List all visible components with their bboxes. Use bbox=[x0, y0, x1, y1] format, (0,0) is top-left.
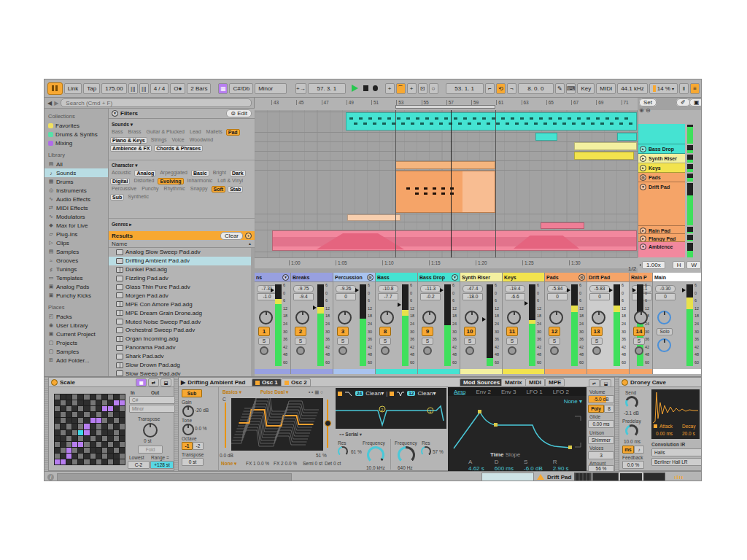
scale-cell[interactable] bbox=[96, 430, 101, 435]
pan-knob[interactable] bbox=[338, 311, 352, 324]
sub-transpose-value[interactable]: 0 st bbox=[182, 458, 204, 466]
time-ruler[interactable]: 1:001:051:101:151:201:251:30 bbox=[255, 257, 638, 268]
device-on-icon[interactable] bbox=[51, 379, 58, 386]
mixer-track-title[interactable]: Bass Drop▾ bbox=[418, 273, 460, 282]
volume-field[interactable]: -7.7 bbox=[378, 293, 398, 300]
peak-level-field[interactable]: -47.4 bbox=[462, 285, 483, 292]
sidebar-item-samples[interactable]: ▢Samples bbox=[44, 347, 108, 356]
arrangement-clip[interactable] bbox=[395, 171, 495, 213]
draw-mode-icon[interactable]: ✎ bbox=[555, 83, 565, 94]
scale-cell[interactable] bbox=[114, 424, 119, 429]
punch-out-icon[interactable]: ¬ bbox=[507, 83, 516, 94]
scale-cell[interactable] bbox=[61, 442, 66, 447]
scale-cell[interactable] bbox=[102, 406, 107, 411]
scale-cell[interactable] bbox=[102, 424, 107, 429]
map-mode-icon[interactable]: ▦ bbox=[136, 378, 147, 386]
filter-tag-stab[interactable]: Stab bbox=[228, 186, 243, 192]
genres-label[interactable]: Genres ▸ bbox=[112, 222, 131, 228]
filter-tag-punchy[interactable]: Punchy bbox=[140, 186, 160, 192]
filter-tag-chords-phrases[interactable]: Chords & Phrases bbox=[154, 145, 203, 152]
scale-cell[interactable] bbox=[120, 400, 125, 405]
scale-cell[interactable] bbox=[55, 406, 60, 411]
unison-voices-value[interactable]: 3 bbox=[588, 451, 614, 459]
filter2-slope-badge[interactable]: 12 bbox=[407, 391, 415, 396]
scale-cell[interactable] bbox=[102, 400, 107, 405]
mixer-strip-ns[interactable]: ns▾-7.31-1.060612182430364248601S bbox=[255, 273, 291, 369]
result-item[interactable]: Orchestral Sweep Pad.adv bbox=[109, 326, 251, 335]
solo-button[interactable]: S bbox=[337, 338, 349, 345]
scale-cell[interactable] bbox=[90, 454, 96, 459]
filter-tag-bass[interactable]: Bass bbox=[110, 129, 125, 136]
scale-cell[interactable] bbox=[78, 436, 83, 441]
octave-minus1-button[interactable]: -1 bbox=[182, 442, 193, 450]
sidebar-item-tunings[interactable]: ♯Tunings bbox=[44, 265, 108, 273]
scale-cell[interactable] bbox=[108, 448, 113, 453]
unfold-icon[interactable]: ▾ bbox=[282, 274, 289, 281]
result-item[interactable]: Organ Incoming.adg bbox=[109, 335, 251, 343]
result-item[interactable]: Slow Drown Pad.adg bbox=[109, 361, 251, 370]
save-preset-icon[interactable]: ⬓ bbox=[160, 378, 171, 386]
filter-tag-piano-keys[interactable]: Piano & Keys bbox=[110, 137, 147, 144]
nudge-up-icon[interactable]: ||| bbox=[139, 83, 149, 94]
loop-icon[interactable]: ⟲ bbox=[496, 83, 506, 94]
result-item[interactable]: Muted Noise Sweep Pad.adv bbox=[109, 317, 251, 326]
scale-cell[interactable] bbox=[72, 459, 77, 464]
track-activator-button[interactable]: 11 bbox=[506, 327, 518, 336]
mixer-strip-drift-pad[interactable]: Drift Pad-5.830606121824303642486013S bbox=[587, 273, 630, 369]
freq1-knob[interactable] bbox=[367, 446, 384, 464]
quantization-menu[interactable]: O● bbox=[170, 83, 185, 94]
track-activator-button[interactable]: 12 bbox=[549, 327, 560, 336]
scale-cell[interactable] bbox=[84, 406, 89, 411]
solo-button[interactable]: S bbox=[633, 338, 645, 345]
scale-cell[interactable] bbox=[120, 448, 125, 453]
pan-knob[interactable] bbox=[295, 311, 309, 324]
scale-cell[interactable] bbox=[90, 442, 96, 447]
wt-view-icons[interactable]: • • ▦ ○ bbox=[309, 389, 323, 395]
solo-button[interactable]: S bbox=[379, 338, 391, 345]
subtab-amp[interactable]: Amp bbox=[454, 389, 465, 394]
filter-tag-acoustic[interactable]: Acoustic bbox=[110, 170, 132, 176]
character-label[interactable]: Character ▾ bbox=[112, 163, 137, 168]
volume-field[interactable]: 0 bbox=[655, 293, 676, 300]
subtab-env2[interactable]: Env 2 bbox=[476, 389, 490, 394]
scale-cell[interactable] bbox=[108, 424, 113, 429]
sidebar-item-midi-effects[interactable]: ⇄MIDI Effects bbox=[44, 203, 108, 212]
solo-button[interactable]: S bbox=[295, 338, 306, 345]
volume-field[interactable]: -6.6 bbox=[505, 293, 525, 300]
scale-cell[interactable] bbox=[96, 394, 101, 400]
scale-cell[interactable] bbox=[96, 454, 101, 459]
scale-cell[interactable] bbox=[114, 442, 119, 447]
scale-cell[interactable] bbox=[114, 454, 119, 459]
scale-cell[interactable] bbox=[108, 436, 113, 441]
scale-cell[interactable] bbox=[114, 412, 119, 417]
sidebar-item-current-project[interactable]: ▣Current Project bbox=[44, 330, 108, 338]
scale-cell[interactable] bbox=[102, 442, 107, 447]
filter-tag-bright[interactable]: Bright bbox=[212, 170, 228, 176]
scale-cell[interactable] bbox=[72, 394, 77, 400]
mixer-strip-bass-drop[interactable]: Bass Drop▾-11.3-0.260612182430364248609S bbox=[418, 273, 460, 369]
pan-knob[interactable] bbox=[634, 311, 648, 324]
track-activator-button[interactable]: 10 bbox=[464, 327, 476, 336]
res1-knob[interactable] bbox=[338, 446, 348, 456]
punch-in-icon[interactable]: ⌐ bbox=[485, 83, 495, 94]
sidebar-item-favorites[interactable]: Favorites bbox=[44, 121, 108, 130]
filter-tag-lofi-vinyl[interactable]: Lofi & Vinyl bbox=[216, 178, 244, 184]
scale-cell[interactable] bbox=[72, 442, 77, 447]
sidebar-item-instruments[interactable]: ◎Instruments bbox=[44, 186, 108, 195]
mixer-track-title[interactable]: Pads◎ bbox=[545, 273, 587, 282]
res2-knob[interactable] bbox=[421, 446, 431, 456]
scale-cell[interactable] bbox=[61, 430, 66, 435]
arm-button[interactable] bbox=[338, 346, 347, 355]
scale-cell[interactable] bbox=[66, 412, 71, 417]
mixer-strip-bass[interactable]: Bass-10.8-7.760612182430364248608S bbox=[376, 273, 418, 369]
mixer-track-title[interactable]: Main bbox=[653, 273, 702, 282]
scale-cell[interactable] bbox=[78, 454, 83, 459]
scale-name-menu[interactable]: Minor bbox=[255, 83, 287, 94]
pencil-icon[interactable]: ✐ bbox=[676, 99, 690, 106]
arrangement-clip[interactable] bbox=[541, 222, 584, 229]
arrangement-clip[interactable] bbox=[347, 214, 400, 221]
arrangement-clip-area[interactable] bbox=[255, 110, 638, 257]
filter-tag-strings[interactable]: Strings bbox=[150, 137, 169, 144]
result-item[interactable]: Morgen Pad.adv bbox=[109, 291, 251, 300]
session-record-icon[interactable]: ⊡ bbox=[418, 83, 427, 94]
